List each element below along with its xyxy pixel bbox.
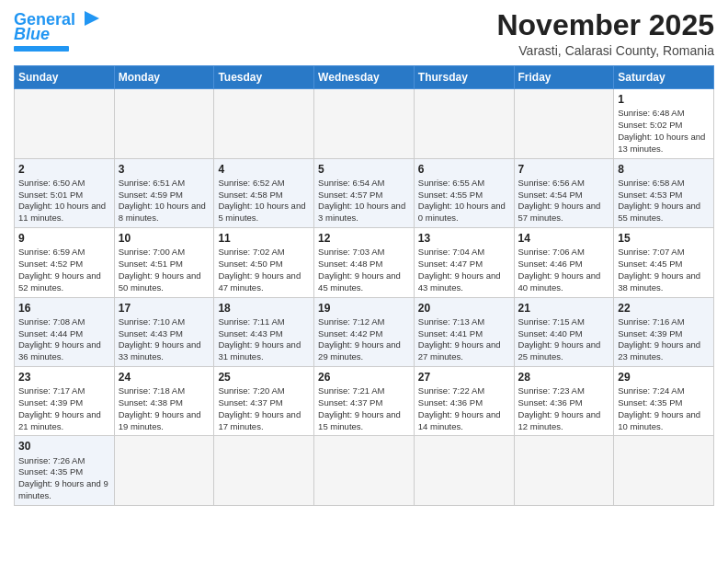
sunset-text: Sunset: 4:37 PM [318,397,382,408]
sunset-text: Sunset: 4:57 PM [318,190,382,200]
cell-content: 7Sunrise: 6:56 AMSunset: 4:54 PMDaylight… [518,162,610,224]
day-number: 21 [518,301,610,316]
sunrise-text: Sunrise: 7:02 AM [218,247,284,257]
daylight-text: Daylight: 9 hours and 33 minutes. [119,339,201,362]
table-row: 23Sunrise: 7:17 AMSunset: 4:39 PMDayligh… [15,366,115,435]
day-number: 24 [119,370,210,385]
daylight-text: Daylight: 9 hours and 43 minutes. [418,270,501,293]
cell-content: 2Sunrise: 6:50 AMSunset: 5:01 PMDaylight… [18,162,110,224]
calendar-week-row: 1Sunrise: 6:48 AMSunset: 5:02 PMDaylight… [15,89,714,158]
cell-content: 27Sunrise: 7:22 AMSunset: 4:36 PMDayligh… [418,370,510,432]
table-row: 20Sunrise: 7:13 AMSunset: 4:41 PMDayligh… [414,297,514,366]
day-number: 1 [618,92,710,107]
sunrise-text: Sunrise: 6:55 AM [418,178,484,188]
daylight-text: Daylight: 9 hours and 29 minutes. [318,339,401,362]
daylight-text: Daylight: 9 hours and 21 minutes. [18,409,101,431]
sunrise-text: Sunrise: 6:54 AM [318,178,384,188]
day-number: 2 [18,162,110,177]
sunrise-text: Sunrise: 6:56 AM [518,178,585,188]
day-number: 7 [518,162,610,177]
sunset-text: Sunset: 4:52 PM [18,259,83,269]
calendar-page: General Blue November 2025 Varasti, Cala… [0,0,728,563]
daylight-text: Daylight: 9 hours and 14 minutes. [418,409,501,431]
header-sunday: Sunday [15,66,115,89]
table-row: 21Sunrise: 7:15 AMSunset: 4:40 PMDayligh… [514,297,614,366]
calendar-week-row: 2Sunrise: 6:50 AMSunset: 5:01 PMDaylight… [15,158,714,227]
header-tuesday: Tuesday [214,66,314,89]
table-row: 4Sunrise: 6:52 AMSunset: 4:58 PMDaylight… [214,158,314,227]
table-row: 27Sunrise: 7:22 AMSunset: 4:36 PMDayligh… [414,366,514,435]
cell-content: 14Sunrise: 7:06 AMSunset: 4:46 PMDayligh… [518,231,610,293]
table-row [414,436,514,505]
logo-icon [77,6,103,31]
sunrise-text: Sunrise: 6:50 AM [18,178,85,188]
logo-blue: Blue [14,26,50,44]
table-row: 7Sunrise: 6:56 AMSunset: 4:54 PMDaylight… [514,158,614,227]
sunrise-text: Sunrise: 7:20 AM [218,385,284,396]
table-row: 6Sunrise: 6:55 AMSunset: 4:55 PMDaylight… [414,158,514,227]
cell-content: 13Sunrise: 7:04 AMSunset: 4:47 PMDayligh… [418,231,510,293]
sunrise-text: Sunrise: 6:48 AM [618,108,684,118]
table-row: 14Sunrise: 7:06 AMSunset: 4:46 PMDayligh… [514,228,614,297]
sunset-text: Sunset: 4:48 PM [318,259,382,269]
cell-content: 21Sunrise: 7:15 AMSunset: 4:40 PMDayligh… [518,301,610,363]
day-number: 20 [418,301,510,316]
table-row: 8Sunrise: 6:58 AMSunset: 4:53 PMDaylight… [614,158,714,227]
cell-content: 6Sunrise: 6:55 AMSunset: 4:55 PMDaylight… [418,162,510,224]
sunrise-text: Sunrise: 7:21 AM [318,385,384,396]
sunset-text: Sunset: 4:50 PM [218,259,282,269]
page-subtitle: Varasti, Calarasi County, Romania [496,43,714,58]
table-row: 25Sunrise: 7:20 AMSunset: 4:37 PMDayligh… [214,366,314,435]
sunset-text: Sunset: 4:47 PM [418,259,483,269]
sunset-text: Sunset: 4:36 PM [418,397,483,408]
daylight-text: Daylight: 10 hours and 8 minutes. [119,201,206,223]
cell-content: 5Sunrise: 6:54 AMSunset: 4:57 PMDaylight… [318,162,410,224]
table-row [414,89,514,158]
sunrise-text: Sunrise: 7:06 AM [518,247,585,257]
sunset-text: Sunset: 5:01 PM [18,190,83,200]
sunset-text: Sunset: 4:59 PM [119,190,183,200]
sunrise-text: Sunrise: 7:03 AM [318,247,384,257]
day-number: 25 [218,370,310,385]
day-number: 22 [618,301,710,316]
daylight-text: Daylight: 9 hours and 27 minutes. [418,339,501,362]
weekday-header-row: Sunday Monday Tuesday Wednesday Thursday… [15,66,714,89]
cell-content: 26Sunrise: 7:21 AMSunset: 4:37 PMDayligh… [318,370,410,432]
daylight-text: Daylight: 9 hours and 17 minutes. [218,409,301,431]
daylight-text: Daylight: 9 hours and 19 minutes. [119,409,201,431]
daylight-text: Daylight: 9 hours and 40 minutes. [518,270,601,293]
sunrise-text: Sunrise: 7:07 AM [618,247,684,257]
day-number: 12 [318,231,410,246]
cell-content: 18Sunrise: 7:11 AMSunset: 4:43 PMDayligh… [218,301,310,363]
sunrise-text: Sunrise: 7:11 AM [218,316,284,327]
cell-content: 29Sunrise: 7:24 AMSunset: 4:35 PMDayligh… [618,370,710,432]
table-row: 16Sunrise: 7:08 AMSunset: 4:44 PMDayligh… [15,297,115,366]
day-number: 23 [18,370,110,385]
table-row: 17Sunrise: 7:10 AMSunset: 4:43 PMDayligh… [114,297,214,366]
day-number: 3 [119,162,210,177]
table-row [614,436,714,505]
day-number: 26 [318,370,410,385]
table-row: 30Sunrise: 7:26 AMSunset: 4:35 PMDayligh… [15,436,115,505]
table-row [514,436,614,505]
daylight-text: Daylight: 9 hours and 15 minutes. [318,409,401,431]
sunset-text: Sunset: 4:54 PM [518,190,583,200]
table-row: 5Sunrise: 6:54 AMSunset: 4:57 PMDaylight… [314,158,415,227]
table-row: 11Sunrise: 7:02 AMSunset: 4:50 PMDayligh… [214,228,314,297]
day-number: 11 [218,231,310,246]
daylight-text: Daylight: 9 hours and 23 minutes. [618,339,700,362]
cell-content: 30Sunrise: 7:26 AMSunset: 4:35 PMDayligh… [18,439,110,501]
header-saturday: Saturday [614,66,714,89]
sunset-text: Sunset: 4:58 PM [218,190,282,200]
cell-content: 22Sunrise: 7:16 AMSunset: 4:39 PMDayligh… [618,301,710,363]
sunset-text: Sunset: 4:43 PM [218,328,282,339]
cell-content: 12Sunrise: 7:03 AMSunset: 4:48 PMDayligh… [318,231,410,293]
daylight-text: Daylight: 9 hours and 25 minutes. [518,339,601,362]
daylight-text: Daylight: 9 hours and 10 minutes. [618,409,700,431]
cell-content: 11Sunrise: 7:02 AMSunset: 4:50 PMDayligh… [218,231,310,293]
sunset-text: Sunset: 4:39 PM [618,328,682,339]
sunrise-text: Sunrise: 6:58 AM [618,178,684,188]
day-number: 27 [418,370,510,385]
sunset-text: Sunset: 4:41 PM [418,328,483,339]
daylight-text: Daylight: 9 hours and 50 minutes. [119,270,201,293]
